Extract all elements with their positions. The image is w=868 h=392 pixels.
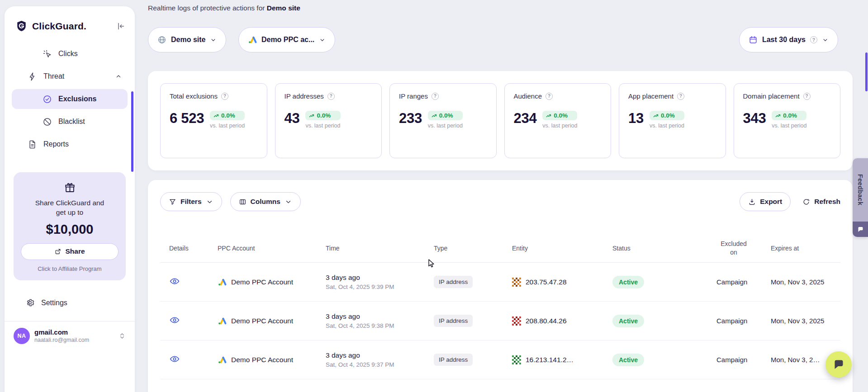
clickguard-logo-icon: [15, 20, 28, 32]
filters-button[interactable]: Filters: [160, 192, 222, 211]
excluded-on-value: Campaign: [707, 317, 762, 325]
page-subtitle: Realtime logs of protective actions for …: [148, 4, 300, 12]
filter-bar: Demo site Demo PPC ac... Last 30 days: [148, 27, 868, 52]
account-switcher-button[interactable]: [118, 331, 127, 340]
sidebar-item-blacklist[interactable]: Blacklist: [12, 112, 128, 132]
help-icon[interactable]: [810, 36, 817, 43]
entity-value: 208.80.44.26: [526, 317, 567, 325]
trend-up-icon: [213, 113, 219, 118]
sidebar-item-exclusions[interactable]: Exclusions: [12, 89, 128, 109]
entity-value: 16.213.141.2…: [526, 356, 574, 364]
bolt-icon: [28, 72, 37, 81]
stat-domain-placement: Domain placement 343 0.0%vs. last period: [734, 83, 841, 158]
excluded-on-value: Campaign: [707, 356, 762, 364]
table-row: Demo PPC Account 3 days agoSat, Oct 4, 2…: [160, 263, 840, 302]
col-entity: Entity: [503, 245, 603, 252]
type-badge: IP address: [434, 315, 473, 327]
funnel-icon: [169, 198, 176, 206]
table-header: Details PPC Account Time Type Entity Sta…: [160, 234, 840, 263]
share-icon: [54, 248, 62, 255]
time-relative: 3 days ago: [326, 351, 425, 359]
sidebar-item-threat[interactable]: Threat: [12, 66, 128, 86]
ppc-account-selector[interactable]: Demo PPC ac...: [238, 27, 335, 52]
chevron-down-icon: [210, 37, 217, 43]
entity-value: 203.75.47.28: [526, 278, 567, 286]
trend-up-icon: [432, 113, 437, 118]
site-selector[interactable]: Demo site: [148, 27, 226, 52]
page-scrollbar-thumb[interactable]: [865, 52, 868, 91]
help-icon[interactable]: [221, 93, 228, 100]
date-range-selector[interactable]: Last 30 days: [739, 27, 838, 52]
sidebar-nav: Clicks Threat Exclusions Blacklist Repor…: [5, 44, 135, 154]
type-badge: IP address: [434, 276, 473, 288]
user-account-row[interactable]: NA gmail.com naatali.ro@gmail.com: [5, 321, 135, 344]
logo-row: ClickGuard.: [5, 6, 135, 32]
file-icon: [28, 140, 37, 149]
col-type: Type: [425, 245, 503, 252]
chevron-up-icon: [115, 73, 122, 80]
google-ads-icon: [218, 278, 227, 287]
promo-line-2: get up to: [21, 208, 119, 217]
stat-value: 234: [514, 111, 537, 126]
eye-icon: [169, 354, 180, 364]
sidebar-item-clicks[interactable]: Clicks: [12, 44, 128, 64]
affiliate-program-link[interactable]: Click to Affiliate Program: [21, 265, 119, 272]
view-details-button[interactable]: [169, 276, 180, 287]
export-button[interactable]: Export: [740, 192, 791, 211]
user-name: gmail.com: [34, 328, 113, 336]
col-status: Status: [603, 245, 707, 252]
refresh-button[interactable]: Refresh: [802, 198, 840, 206]
share-button[interactable]: Share: [21, 243, 119, 260]
status-badge: Active: [612, 315, 644, 327]
help-icon[interactable]: [545, 93, 553, 100]
time-relative: 3 days ago: [326, 274, 425, 282]
sidebar-item-reports[interactable]: Reports: [12, 134, 128, 154]
trend-up-icon: [653, 113, 659, 118]
help-icon[interactable]: [327, 93, 335, 100]
help-icon[interactable]: [803, 93, 811, 100]
columns-button[interactable]: Columns: [230, 192, 301, 211]
calendar-icon: [749, 35, 758, 44]
ip-identicon: [512, 355, 521, 364]
gift-icon: [64, 181, 76, 194]
refresh-icon: [802, 198, 810, 206]
delta-badge: 0.0%: [542, 111, 577, 120]
expires-at-value: Mon, Nov 3, 2025: [762, 317, 840, 325]
google-ads-icon: [218, 316, 227, 326]
eye-icon: [169, 315, 180, 326]
ip-identicon: [512, 316, 521, 326]
time-absolute: Sat, Oct 4, 2025 9:38 PM: [326, 322, 425, 329]
stat-value: 13: [628, 111, 644, 126]
help-icon[interactable]: [432, 93, 439, 100]
view-details-button[interactable]: [169, 315, 180, 326]
col-expires-at: Expires at: [762, 245, 840, 252]
col-account: PPC Account: [209, 245, 317, 252]
export-icon: [748, 198, 756, 206]
chevron-down-icon: [319, 37, 326, 43]
sidebar: ClickGuard. Clicks Threat Exclusions Bla…: [5, 6, 135, 392]
gear-icon: [25, 298, 35, 307]
sidebar-item-settings[interactable]: Settings: [12, 293, 128, 313]
table-row: Demo PPC Account 3 days agoSat, Oct 4, 2…: [160, 340, 840, 379]
promo-amount: $10,000: [21, 222, 119, 237]
help-icon[interactable]: [677, 93, 684, 100]
feedback-tab[interactable]: Feedback: [853, 158, 868, 237]
google-ads-icon: [218, 355, 227, 364]
stat-ip-ranges: IP ranges 233 0.0%vs. last period: [389, 83, 497, 158]
globe-icon: [157, 35, 166, 44]
chevron-down-icon: [206, 198, 213, 206]
view-details-button[interactable]: [169, 354, 180, 364]
sidebar-scrollbar-thumb[interactable]: [131, 91, 133, 172]
chat-launcher-button[interactable]: [825, 351, 852, 378]
table-row: Demo PPC Account 3 days agoSat, Oct 4, 2…: [160, 302, 840, 340]
stats-card: Total exclusions 6 523 0.0%vs. last peri…: [148, 71, 853, 170]
excluded-on-value: Campaign: [707, 278, 762, 286]
shield-check-icon: [43, 94, 52, 104]
delta-badge: 0.0%: [210, 111, 245, 120]
sidebar-collapse-button[interactable]: [116, 21, 126, 31]
google-ads-icon: [248, 35, 257, 44]
cursor-icon: [43, 49, 52, 59]
exclusions-table-card: Filters Columns Export Refresh Details P…: [148, 180, 853, 392]
feedback-chat-icon: [857, 226, 864, 233]
chat-bubble-icon: [833, 359, 845, 371]
